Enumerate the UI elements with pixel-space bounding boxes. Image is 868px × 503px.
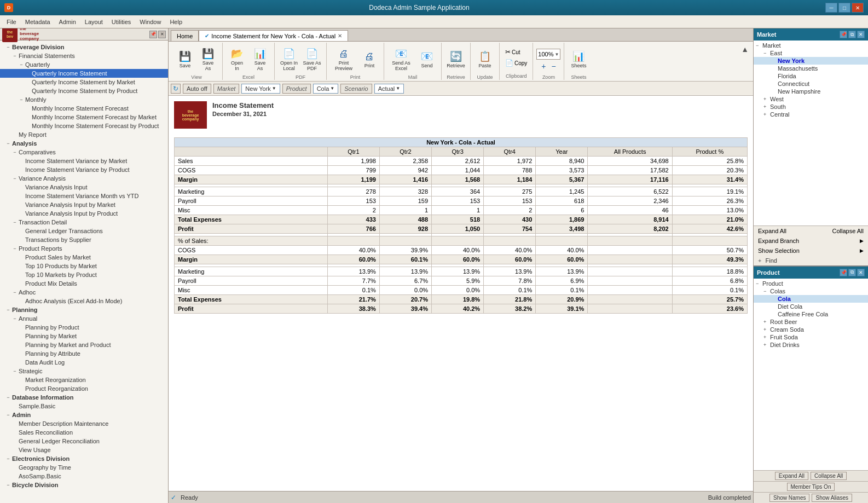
market-tree-item-4[interactable]: Florida [754, 72, 868, 80]
market-panel-close[interactable]: ✕ [857, 31, 865, 38]
left-panel-close[interactable]: ✕ [158, 31, 166, 38]
market-expander-1[interactable]: − [763, 50, 770, 56]
menu-admin[interactable]: Admin [55, 18, 80, 26]
left-tree-item-3[interactable]: Quarterly Income Statement [0, 69, 168, 78]
tree-expander-28[interactable]: − [11, 288, 19, 296]
find-menu-item[interactable]: + Find [754, 256, 868, 265]
product-panel-close[interactable]: ✕ [857, 269, 865, 276]
product-expand-all-button[interactable]: Expand All [775, 472, 808, 480]
left-tree-item-50[interactable]: −Bicycle Division [0, 481, 168, 489]
tab-close-button[interactable]: ✕ [338, 33, 342, 39]
close-button[interactable]: ✕ [852, 3, 864, 13]
tree-expander-42[interactable]: − [4, 411, 12, 419]
market-tree-item-1[interactable]: −East [754, 49, 868, 57]
auto-off-button[interactable]: Auto off [183, 84, 211, 94]
left-tree-item-39[interactable]: Product Reorganization [0, 384, 168, 393]
tree-expander-11[interactable]: − [4, 140, 12, 147]
sheet-area[interactable]: thebeveragecompany Income Statement Dece… [169, 96, 753, 491]
scenario-value[interactable]: Actual ▼ [374, 84, 404, 94]
market-dropdown[interactable]: ▼ [271, 86, 276, 91]
save-as-excel-button[interactable]: 📊 SaveAs [249, 45, 271, 74]
left-tree-item-48[interactable]: Geography by Time [0, 463, 168, 472]
market-tree-item-2[interactable]: New York [754, 57, 868, 65]
tree-expander-40[interactable]: − [4, 394, 12, 401]
tree-expander-6[interactable]: − [18, 96, 25, 103]
left-tree-item-49[interactable]: AsoSamp.Basic [0, 472, 168, 481]
tree-expander-12[interactable]: − [11, 148, 19, 156]
menu-window[interactable]: Window [135, 18, 165, 26]
left-tree-item-37[interactable]: −Strategic [0, 367, 168, 375]
market-tree-item-9[interactable]: +Central [754, 111, 868, 118]
product-value[interactable]: Cola ▼ [313, 84, 339, 94]
tree-expander-0[interactable]: − [4, 43, 12, 51]
product-expander-5[interactable]: + [763, 319, 770, 325]
left-tree-item-26[interactable]: Top 10 Markets by Product [0, 270, 168, 279]
left-tree-item-27[interactable]: Product Mix Details [0, 279, 168, 288]
product-expander-8[interactable]: + [763, 342, 770, 348]
left-tree-item-16[interactable]: Variance Analysis Input [0, 183, 168, 192]
left-tree-item-13[interactable]: Income Statement Variance by Market [0, 157, 168, 165]
product-tree-item-4[interactable]: Caffeine Free Cola [754, 310, 868, 318]
menu-metadata[interactable]: Metadata [21, 18, 55, 26]
left-tree-item-22[interactable]: Transactions by Supplier [0, 235, 168, 244]
tree-expander-30[interactable]: − [4, 306, 12, 314]
market-panel-pin[interactable]: 📌 [840, 31, 847, 38]
product-tree-item-0[interactable]: −Product [754, 280, 868, 287]
market-tree-item-7[interactable]: +West [754, 95, 868, 103]
left-tree-item-47[interactable]: −Electronics Division [0, 454, 168, 463]
product-expander-7[interactable]: + [763, 334, 770, 340]
menu-utilities[interactable]: Utilities [107, 18, 135, 26]
left-tree-item-23[interactable]: −Product Reports [0, 244, 168, 253]
market-tree-item-6[interactable]: New Hampshire [754, 88, 868, 95]
product-panel-float[interactable]: ⧉ [848, 269, 856, 276]
zoom-input[interactable]: 100% ▼ [536, 49, 560, 60]
left-tree-item-29[interactable]: Adhoc Analysis (Excel Add-In Mode) [0, 297, 168, 305]
left-tree-item-41[interactable]: Sample.Basic [0, 402, 168, 411]
left-tree-item-7[interactable]: Monthly Income Statement Forecast [0, 104, 168, 113]
menu-help[interactable]: Help [165, 18, 187, 26]
send-button[interactable]: 📧 Send [416, 45, 438, 74]
left-tree-item-11[interactable]: −Analysis [0, 139, 168, 148]
tab-home[interactable]: Home [171, 30, 199, 41]
market-expander-7[interactable]: + [763, 96, 770, 102]
sheets-button[interactable]: 📊 Sheets [568, 45, 589, 74]
left-tree-item-14[interactable]: Income Statement Variance by Product [0, 165, 168, 174]
left-tree-item-5[interactable]: Quarterly Income Statement by Product [0, 86, 168, 95]
tree-expander-1[interactable]: − [11, 52, 19, 60]
product-expander-0[interactable]: − [756, 281, 762, 286]
scenario-dropdown[interactable]: ▼ [395, 86, 400, 91]
market-value[interactable]: New York ▼ [241, 84, 280, 94]
save-as-pdf-button[interactable]: 📄 Save AsPDF [301, 45, 323, 74]
copy-button[interactable]: 📄 Copy [503, 58, 529, 68]
left-tree-item-6[interactable]: −Monthly [0, 95, 168, 104]
left-tree-item-10[interactable]: My Report [0, 130, 168, 139]
market-tree-item-5[interactable]: Connecticut [754, 80, 868, 88]
zoom-in-button[interactable]: + [539, 62, 548, 71]
tree-expander-37[interactable]: − [11, 367, 19, 375]
paste-button[interactable]: 📋 Paste [474, 45, 496, 74]
product-expander-1[interactable]: − [763, 288, 770, 294]
menu-file[interactable]: File [2, 18, 21, 26]
product-tree-item-8[interactable]: +Diet Drinks [754, 341, 868, 349]
left-tree-item-30[interactable]: −Planning [0, 305, 168, 314]
cut-button[interactable]: ✂ Cut [503, 47, 529, 57]
left-tree-item-34[interactable]: Planning by Market and Product [0, 340, 168, 349]
left-tree-item-46[interactable]: View Usage [0, 446, 168, 454]
left-tree-item-43[interactable]: Member Description Maintenance [0, 419, 168, 428]
expand-branch-menu-item[interactable]: Expand Branch ▶ [754, 236, 868, 246]
market-expander-9[interactable]: + [763, 112, 770, 117]
left-tree-item-25[interactable]: Top 10 Products by Market [0, 262, 168, 270]
left-tree-item-21[interactable]: General Ledger Transactions [0, 227, 168, 235]
tree-expander-2[interactable]: − [18, 61, 25, 68]
market-tree-item-0[interactable]: −Market [754, 42, 868, 49]
save-button[interactable]: 💾 Save [174, 45, 196, 74]
minimize-button[interactable]: ─ [825, 3, 837, 13]
product-panel-pin[interactable]: 📌 [840, 269, 847, 276]
left-tree-item-32[interactable]: Planning by Product [0, 323, 168, 332]
tree-expander-50[interactable]: − [4, 481, 12, 489]
left-tree[interactable]: −Beverage Division−Financial Statements−… [0, 41, 168, 503]
left-tree-item-20[interactable]: −Transaction Detail [0, 218, 168, 227]
left-tree-item-0[interactable]: −Beverage Division [0, 43, 168, 51]
product-tree-item-2[interactable]: Cola [754, 295, 868, 303]
zoom-out-button[interactable]: − [549, 62, 558, 71]
